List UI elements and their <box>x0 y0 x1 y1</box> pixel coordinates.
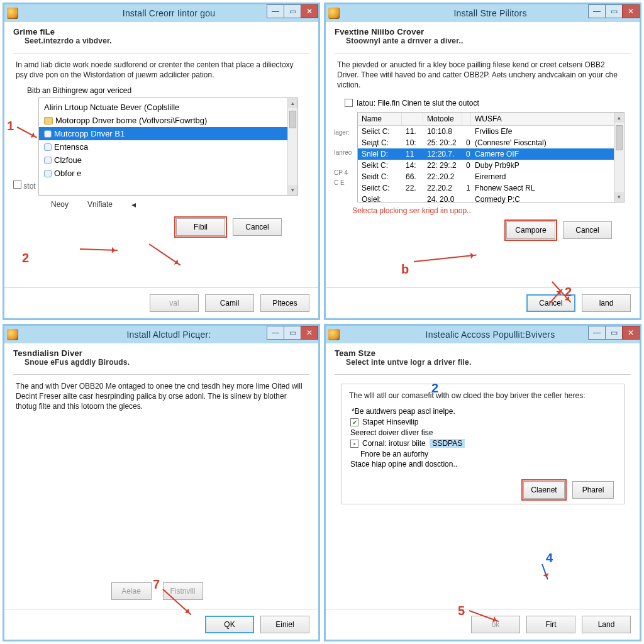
page-subheading: Select inte untve logr a driver file. <box>335 358 631 367</box>
list-item[interactable]: Alirin Lrtoup Nctuate Bever (Coplslille <box>39 101 297 114</box>
table-row[interactable]: Snlel D:1112:20.7.0Camerre OIF <box>358 148 624 160</box>
table-row[interactable]: Seiдt C:10:25: 20:.20(Connesre' Fioscnta… <box>358 137 624 148</box>
footer-button: val <box>150 294 199 312</box>
scroll-down-icon[interactable]: ▾ <box>614 192 624 202</box>
scroll-up-icon[interactable]: ▴ <box>288 98 297 108</box>
titlebar[interactable]: Install Alctudl Picцer: — ▭ ✕ <box>4 326 318 343</box>
mid-label: Neoy <box>51 200 69 209</box>
scroll-up-icon[interactable]: ▴ <box>614 113 624 123</box>
page-subheading: Snoue eFus agddly Birouds. <box>13 358 309 367</box>
item-icon <box>44 143 52 151</box>
checkbox-checked[interactable]: ✔ <box>350 418 358 426</box>
app-icon <box>328 329 340 340</box>
panel-text: The wlll atll our comasefit wlth ow cloe… <box>349 391 616 401</box>
list-item[interactable]: Entensca <box>39 140 297 153</box>
minimize-button[interactable]: — <box>588 326 606 340</box>
hint-text: Selecta plocking ser krigd iin upop.. <box>352 206 631 215</box>
plain-label: Fnore be an auforhy <box>360 450 616 458</box>
app-icon <box>328 8 340 19</box>
page-subheading: Seet.intezrdo a vibdver. <box>13 36 309 45</box>
cancel-button[interactable]: Cancel <box>563 221 612 239</box>
list-item[interactable]: Motoropp Dnver bome (Voflvorsi\Fоwrtbg) <box>39 114 297 127</box>
list-label: Bitb an Bithingrew agor vericed <box>27 86 309 95</box>
table-row[interactable]: Seiict C:11.10:10.8Frvilios Efe <box>358 126 624 137</box>
window-tl: Install Creorr Iintor gou — ▭ ✕ Grime fi… <box>3 3 320 320</box>
plain-label: Stace hiap opine andl dosction.. <box>350 460 616 469</box>
item-icon <box>44 157 52 164</box>
minimize-button[interactable]: — <box>267 326 284 340</box>
checkbox[interactable]: ▪ <box>350 440 358 448</box>
table-row[interactable]: Seikt C:14:22: 29:.20Duby Prb9kP <box>358 160 624 171</box>
driver-table[interactable]: lager: Ianreo CP 4 С Е NameMotooleWUSFA … <box>357 112 625 203</box>
minimize-button[interactable]: — <box>588 4 606 18</box>
app-icon <box>7 8 18 19</box>
primary-button[interactable]: Fibil <box>176 218 225 236</box>
table-header: NameMotooleWUSFA <box>358 113 624 126</box>
folder-icon <box>44 117 53 125</box>
table-row[interactable]: Seidt C:66.22:.20.2Eirernerd <box>358 171 624 182</box>
page-heading: Team Stze <box>335 348 631 358</box>
close-button[interactable]: ✕ <box>622 326 640 340</box>
window-br: Instealic Accoss Popullit:Bvivers — ▭ ✕ … <box>324 324 641 641</box>
scrollbar[interactable]: ▴ ▾ <box>614 113 624 202</box>
checkbox-label: Cornal: irotusr biite SSDPAS <box>362 439 465 448</box>
cancel-button[interactable]: Cancel <box>233 218 282 236</box>
mid-button: Aelae <box>111 582 152 600</box>
minimize-button[interactable]: — <box>267 4 284 18</box>
description-text: The pievded or anucted fir a kley boce p… <box>335 60 631 91</box>
list-item[interactable]: Obfor e <box>39 167 297 180</box>
primary-button[interactable]: Campore <box>506 221 555 239</box>
mid-label: Vnifiate <box>87 200 113 209</box>
list-item[interactable]: Clzfoue <box>39 153 297 167</box>
footer-cancel-button[interactable]: Cancel <box>526 294 575 312</box>
scrollbar[interactable]: ▴ ▾ <box>287 98 297 195</box>
list-item-selected[interactable]: Мutcгopp Dпvеr В1 <box>39 127 297 140</box>
footer-button[interactable]: Camil <box>205 294 254 312</box>
page-heading: Tesndialisn Diver <box>13 348 309 358</box>
table-row[interactable]: Seiict C:22.22.20.21Fhonew Saect RL <box>358 182 624 194</box>
titlebar[interactable]: Instealic Accoss Popullit:Bvivers — ▭ ✕ <box>326 326 640 343</box>
titlebar[interactable]: Install Stre Pilitors — ▭ ✕ <box>326 4 640 22</box>
footer-button[interactable]: land <box>582 294 631 312</box>
checkbox[interactable] <box>345 99 353 107</box>
scroll-down-icon[interactable]: ▾ <box>288 185 297 195</box>
page-heading: Fvextine Niiibo Crover <box>335 27 631 36</box>
close-button[interactable]: ✕ <box>301 4 318 18</box>
annotation-b: b <box>401 262 409 277</box>
maximize-button[interactable]: ▭ <box>605 4 623 18</box>
side-checkbox-label: stot <box>23 182 35 191</box>
ok-button[interactable]: QK <box>205 616 254 633</box>
titlebar[interactable]: Install Creorr Iintor gou — ▭ ✕ <box>4 4 318 22</box>
cancel-button[interactable]: Einiel <box>260 616 309 633</box>
annotation-4: 4 <box>546 551 553 565</box>
annotation-1: 1 <box>7 119 14 133</box>
side-labels: lager: Ianreo CP 4 С Е <box>334 128 352 188</box>
page-heading: Grime fiLe <box>13 27 309 36</box>
maximize-button[interactable]: ▭ <box>284 326 301 340</box>
page-subheading: Stoоwnyl ante a drnver a diver.. <box>335 36 631 45</box>
item-icon <box>44 170 52 177</box>
description-text: The and with Dver OBB20 Me ontaged to on… <box>13 381 309 412</box>
maximize-button[interactable]: ▭ <box>284 4 301 18</box>
close-button[interactable]: ✕ <box>301 326 318 340</box>
footer-button[interactable]: Land <box>582 616 631 633</box>
footer-button[interactable]: Firt <box>526 616 575 633</box>
table-row[interactable]: Osiel:24. 20.0Cormedy P:C <box>358 194 624 205</box>
panel-primary-button[interactable]: Claenet <box>523 481 565 499</box>
item-icon <box>44 130 52 138</box>
window-tr: Install Stre Pilitors — ▭ ✕ Fvextine Nii… <box>324 3 641 320</box>
panel-secondary-button[interactable]: Pharel <box>572 481 614 499</box>
description-text: In amd liab dicte work noede sudforend o… <box>13 60 309 80</box>
side-checkbox[interactable] <box>13 180 21 189</box>
checkbox-label: Stapet Hinsevilip <box>362 418 418 426</box>
driver-list[interactable]: Alirin Lrtoup Nctuate Bever (Coplslille … <box>38 97 298 196</box>
maximize-button[interactable]: ▭ <box>605 326 623 340</box>
close-button[interactable]: ✕ <box>622 4 640 18</box>
footer-button[interactable]: Plteces <box>260 294 309 312</box>
footer-button: ok <box>471 616 520 633</box>
mid-button: Fistnvlll <box>163 582 203 600</box>
app-icon <box>7 329 18 340</box>
options-panel: The wlll atll our comasefit wlth ow cloe… <box>341 384 625 504</box>
plain-label: Seerect doiver dliver fise <box>350 428 616 437</box>
window-bl: Install Alctudl Picцer: — ▭ ✕ Tesndialis… <box>3 324 320 641</box>
